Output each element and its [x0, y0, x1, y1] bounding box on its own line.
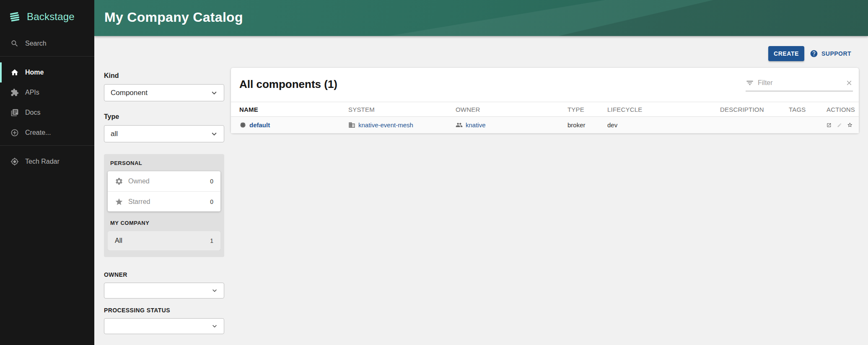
docs-icon — [10, 108, 19, 117]
column-header-description[interactable]: DESCRIPTION — [720, 102, 789, 117]
chevron-down-icon — [210, 129, 219, 139]
column-header-lifecycle[interactable]: LIFECYCLE — [607, 102, 720, 117]
personal-section-title: PERSONAL — [110, 160, 220, 166]
ownership-picker: PERSONAL Owned 0 Starred 0 MY COMPANY Al… — [104, 154, 224, 257]
row-actions — [827, 120, 859, 130]
column-header-owner[interactable]: OWNER — [456, 102, 567, 117]
sidebar: Backstage Search Home APIs Docs Create..… — [0, 0, 94, 345]
star-icon — [115, 198, 123, 206]
chevron-down-icon — [210, 88, 219, 98]
open-in-new-icon[interactable] — [827, 121, 832, 129]
owned-filter-label: Owned — [128, 178, 205, 185]
table-header-row: NAME SYSTEM OWNER TYPE LIFECYCLE DESCRIP… — [231, 102, 859, 117]
help-icon — [810, 49, 818, 58]
tags-cell — [789, 117, 827, 134]
sidebar-item-apis[interactable]: APIs — [0, 82, 94, 103]
type-select-value: all — [111, 130, 210, 138]
all-count: 1 — [210, 237, 213, 244]
type-select[interactable]: all — [104, 125, 224, 142]
kind-select[interactable]: Component — [104, 84, 224, 101]
owned-filter-item[interactable]: Owned 0 — [108, 171, 220, 191]
backstage-logo-icon — [8, 10, 22, 24]
system-link[interactable]: knative-event-mesh — [358, 121, 413, 129]
kind-filter-label: Kind — [104, 72, 224, 80]
starred-filter-item[interactable]: Starred 0 — [108, 191, 220, 211]
column-header-system[interactable]: SYSTEM — [348, 102, 456, 117]
table-title: All components (1) — [239, 78, 337, 91]
sidebar-item-home[interactable]: Home — [0, 62, 94, 82]
components-table: NAME SYSTEM OWNER TYPE LIFECYCLE DESCRIP… — [231, 102, 859, 134]
sidebar-item-label: APIs — [25, 89, 39, 96]
processing-status-filter-label: PROCESSING STATUS — [104, 307, 224, 314]
type-cell: broker — [567, 117, 607, 134]
backstage-logo[interactable]: Backstage — [0, 0, 94, 33]
lifecycle-cell: dev — [607, 117, 720, 134]
table-filter — [746, 79, 853, 91]
support-button[interactable]: SUPPORT — [810, 47, 851, 60]
sidebar-item-tech-radar[interactable]: Tech Radar — [0, 152, 94, 172]
sidebar-item-create[interactable]: Create... — [0, 123, 94, 143]
add-circle-icon — [10, 129, 19, 137]
memory-chip-icon — [239, 121, 246, 129]
page-title: My Company Catalog — [94, 0, 868, 25]
business-icon — [348, 121, 355, 129]
clear-filter-icon[interactable] — [845, 79, 853, 87]
home-icon — [10, 68, 19, 77]
star-outline-icon[interactable] — [847, 120, 853, 130]
column-header-name[interactable]: NAME — [231, 102, 348, 117]
column-header-type[interactable]: TYPE — [567, 102, 607, 117]
description-cell — [720, 117, 789, 134]
company-section-title: MY COMPANY — [110, 220, 220, 226]
starred-count: 0 — [210, 198, 213, 205]
chevron-down-icon — [210, 322, 219, 330]
starred-filter-label: Starred — [128, 198, 205, 206]
sidebar-divider — [0, 145, 94, 146]
page-header: My Company Catalog — [94, 0, 868, 36]
catalog-card: All components (1) NAME SYSTEM OWNER TYP… — [231, 68, 859, 133]
radar-icon — [10, 157, 19, 166]
all-filter-label: All — [115, 237, 210, 245]
sidebar-divider — [0, 56, 94, 57]
sidebar-item-label: Docs — [25, 109, 40, 116]
table-filter-input[interactable] — [758, 79, 842, 87]
support-label: SUPPORT — [821, 50, 851, 57]
owner-link[interactable]: knative — [466, 121, 486, 129]
sidebar-item-label: Tech Radar — [25, 158, 60, 165]
owned-count: 0 — [210, 178, 213, 185]
sidebar-item-search[interactable]: Search — [0, 33, 94, 54]
type-filter-label: Type — [104, 113, 224, 121]
edit-icon[interactable] — [837, 121, 842, 129]
extension-icon — [10, 88, 19, 97]
logo-text: Backstage — [27, 11, 75, 23]
all-filter-item[interactable]: All 1 — [108, 231, 220, 250]
chevron-down-icon — [210, 286, 219, 295]
filter-list-icon — [746, 79, 754, 87]
sidebar-item-label: Create... — [25, 129, 51, 136]
table-row: default knative-event-mesh knative broke… — [231, 117, 859, 134]
kind-select-value: Component — [111, 89, 210, 97]
filters-panel: Kind Component Type all PERSONAL Owned 0… — [104, 72, 224, 334]
create-button[interactable]: CREATE — [768, 46, 804, 61]
owner-filter-label: OWNER — [104, 271, 224, 278]
processing-status-select[interactable] — [104, 318, 224, 334]
entity-name-link[interactable]: default — [249, 121, 270, 129]
column-header-tags[interactable]: TAGS — [789, 102, 827, 117]
column-header-actions: ACTIONS — [827, 102, 859, 117]
settings-icon — [115, 177, 123, 185]
sidebar-item-label: Home — [25, 69, 44, 76]
owner-select[interactable] — [104, 283, 224, 299]
sidebar-item-docs[interactable]: Docs — [0, 103, 94, 123]
group-icon — [456, 121, 463, 129]
search-icon — [10, 39, 19, 48]
sidebar-item-label: Search — [25, 40, 47, 47]
